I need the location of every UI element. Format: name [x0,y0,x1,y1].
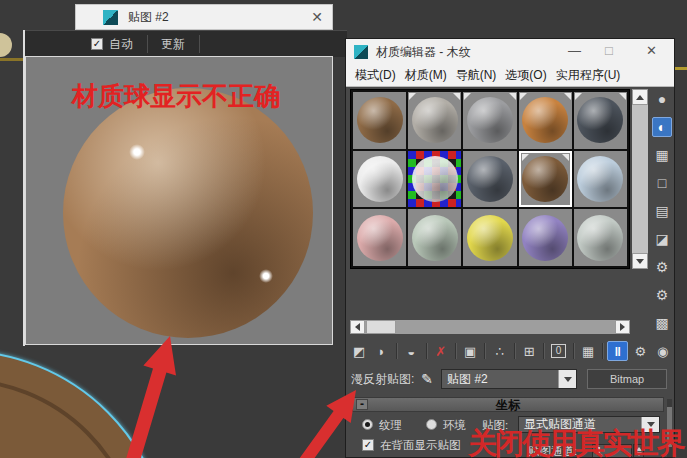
menu-mode[interactable]: 模式(D) [355,67,396,84]
annotation-text-top: 材质球显示不正确 [72,79,280,114]
material-editor-window: 材质编辑器 - 木纹 — □ ✕ 模式(D) 材质(M) 导航(N) 选项(O)… [345,38,675,458]
material-sphere [467,215,513,261]
divider [602,343,603,359]
slots-vertical-scrollbar[interactable] [632,89,648,269]
screenshot-root: 贴图 #2 ✕ ✓ 自动 更新 材质球显示不正确 材质编辑器 - 木纹 — □ … [0,0,687,458]
material-slot-checker[interactable] [408,151,461,208]
background-ui-fragment [0,33,12,57]
divider [147,35,148,53]
map-window-titlebar[interactable]: 贴图 #2 ✕ [75,4,333,30]
sample-tools-column: ● ◐ ▦ □ ▤ ◪ ⚙ ⚙ ▩ [652,89,674,341]
material-sphere [467,97,513,143]
menu-navigation[interactable]: 导航(N) [456,67,497,84]
put-to-library-icon[interactable]: ⊞ [519,341,540,361]
background-yellow-line [0,58,23,61]
scroll-down-icon[interactable] [632,253,648,269]
annotation-text-bottom: 关闭使用真实世界 [468,424,684,458]
material-toolbar: ◩ ◗ ◒ ✗ ▣ ∴ ⊞ 0 ▦ ‖ ⚙ ◉ [348,339,674,363]
go-to-sibling-icon[interactable]: ◉ [652,341,673,361]
specular-highlight [259,269,273,283]
sample-uv-tiling-icon[interactable]: □ [652,173,672,193]
material-sphere [577,215,623,261]
divider [199,35,200,53]
show-map-in-viewport-icon[interactable]: ▦ [578,341,599,361]
material-slot-orange[interactable] [519,92,572,149]
divider [455,343,456,359]
scroll-right-icon[interactable] [615,320,630,334]
material-id-channel-icon[interactable]: 0 [548,341,569,361]
update-button[interactable]: 更新 [161,36,185,53]
material-slot-yellow[interactable] [463,209,516,266]
show-on-back-checkbox[interactable]: ✓ [362,438,374,451]
material-sphere [412,156,458,202]
scroll-up-icon[interactable] [632,89,648,105]
rollout-header[interactable]: - 坐标 [352,397,664,412]
specular-highlight [129,144,145,160]
get-material-icon[interactable]: ◩ [349,341,370,361]
material-editor-titlebar[interactable]: 材质编辑器 - 木纹 — □ ✕ [346,39,674,65]
material-sphere [412,97,458,143]
material-editor-panel: ● ◐ ▦ □ ▤ ◪ ⚙ ⚙ ▩ ◩ ◗ ◒ ✗ [346,87,674,458]
material-slot-purple[interactable] [519,209,572,266]
divider [396,343,397,359]
environment-radio[interactable] [426,418,437,430]
material-slot-sage[interactable] [408,209,461,266]
material-slot-white[interactable] [353,151,406,208]
material-slot-gray-green[interactable] [574,209,627,266]
material-slot-dark-slate[interactable] [574,92,627,149]
texture-radio[interactable] [362,418,373,430]
generate-preview-icon[interactable]: ◪ [652,229,672,249]
maximize-icon[interactable]: □ [605,43,613,58]
sample-type-icon[interactable]: ● [652,89,672,109]
divider [484,343,485,359]
minimize-icon[interactable]: — [568,43,581,58]
slots-horizontal-scrollbar[interactable] [350,320,630,334]
material-navigator-icon[interactable]: ▩ [652,313,672,333]
backlight-icon[interactable]: ◐ [652,117,672,137]
material-slot-gray[interactable] [463,92,516,149]
map-navigation-bar: 漫反射贴图: ✎ 贴图 #2 Bitmap [348,367,674,391]
material-sphere [577,97,623,143]
auto-checkbox[interactable]: ✓ [91,38,103,50]
material-slot-pale-blue[interactable] [574,151,627,208]
material-sphere [522,156,568,202]
make-unique-icon[interactable]: ∴ [489,341,510,361]
rollout-title: 坐标 [496,398,520,412]
map-name-value: 贴图 #2 [447,371,488,388]
material-slot-wood[interactable] [353,92,406,149]
material-sphere [357,215,403,261]
options-icon[interactable]: ⚙ [652,257,672,277]
collapse-icon[interactable]: - [356,399,368,410]
scroll-left-icon[interactable] [350,320,365,334]
put-to-scene-icon[interactable]: ◗ [372,341,393,361]
background-icon[interactable]: ▦ [652,145,672,165]
map-window-title: 贴图 #2 [128,9,169,26]
divider [543,343,544,359]
menu-material[interactable]: 材质(M) [405,67,447,84]
material-slot-slate-blue[interactable] [463,151,516,208]
map-name-dropdown[interactable]: 贴图 #2 [441,369,577,389]
show-shaded-material-icon[interactable]: ‖ [607,341,628,361]
material-sphere [577,156,623,202]
menu-options[interactable]: 选项(O) [505,67,546,84]
assign-to-selection-icon[interactable]: ◒ [401,341,422,361]
pick-material-eyedropper-icon[interactable]: ✎ [421,371,433,387]
material-editor-title: 材质编辑器 - 木纹 [376,44,471,61]
material-slot-warm-gray[interactable] [408,92,461,149]
3dsmax-logo-icon [103,10,118,25]
chevron-down-icon[interactable] [558,370,576,388]
video-color-check-icon[interactable]: ▤ [652,201,672,221]
select-by-material-icon[interactable]: ⚙ [652,285,672,305]
material-slot-wood-active[interactable] [519,151,572,208]
map-type-button[interactable]: Bitmap [587,369,667,389]
reset-map-icon[interactable]: ✗ [430,341,451,361]
make-copy-icon[interactable]: ▣ [460,341,481,361]
scrollbar-thumb[interactable] [366,320,396,334]
close-icon[interactable]: ✕ [646,43,657,58]
go-to-parent-icon[interactable]: ⚙ [630,341,651,361]
material-slot-pink[interactable] [353,209,406,266]
menu-utilities[interactable]: 实用程序(U) [556,67,621,84]
material-sphere [522,97,568,143]
close-icon[interactable]: ✕ [311,9,323,25]
auto-label: 自动 [109,36,133,53]
